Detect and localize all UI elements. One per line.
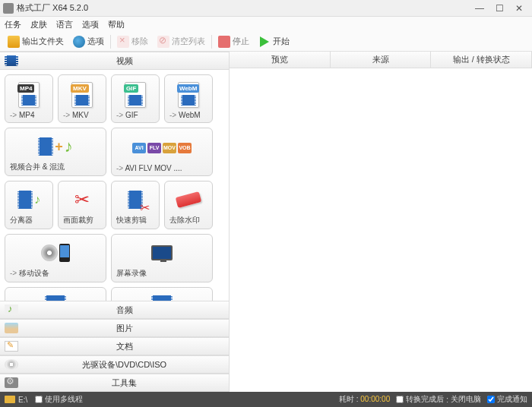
tile-player[interactable]: 格式播放器 (5, 287, 106, 301)
stop-button[interactable]: 停止 (215, 34, 252, 49)
start-button[interactable]: 开始 (255, 34, 293, 49)
options-button[interactable]: 选项 (70, 34, 107, 49)
tile-mp4[interactable]: MP4 MP4 (5, 74, 53, 123)
left-panel: 视频 MP4 MP4 MKV MKV GIF GIF WebM WebM (0, 52, 230, 392)
multithread-toggle[interactable]: 使用多线程 (35, 394, 83, 405)
app-icon (3, 3, 14, 14)
category-video[interactable]: 视频 (0, 52, 229, 70)
minimize-button[interactable]: — (470, 2, 489, 15)
disc-icon (41, 245, 58, 261)
col-source[interactable]: 来源 (331, 52, 432, 68)
play-icon (258, 36, 271, 48)
clear-list-button[interactable]: 清空列表 (154, 34, 208, 49)
video-tiles: MP4 MP4 MKV MKV GIF GIF WebM WebM (0, 70, 229, 301)
task-list[interactable] (230, 68, 532, 392)
menubar: 任务 皮肤 语言 选项 帮助 (0, 17, 532, 32)
tile-splitter[interactable]: ♪ 分离器 (5, 181, 53, 229)
menu-help[interactable]: 帮助 (108, 19, 125, 30)
tile-mobile[interactable]: 移动设备 (5, 234, 106, 282)
right-panel: 预览 来源 输出 / 转换状态 (230, 52, 532, 392)
tile-gif[interactable]: GIF GIF (111, 74, 160, 123)
output-drive[interactable]: E:\ (18, 396, 27, 404)
category-disc[interactable]: 光驱设备\DVD\CD\ISO (0, 355, 229, 374)
col-preview[interactable]: 预览 (230, 52, 331, 68)
tile-webm[interactable]: WebM WebM (164, 74, 213, 123)
notify-toggle[interactable]: 完成通知 (487, 394, 527, 405)
eraser-icon (176, 191, 202, 208)
after-convert-toggle[interactable]: 转换完成后: 关闭电脑 (396, 394, 481, 405)
output-folder-button[interactable]: 输出文件夹 (5, 34, 67, 49)
maximize-button[interactable]: ☐ (489, 2, 509, 15)
titlebar: 格式工厂 X64 5.2.0 — ☐ ✕ (0, 0, 532, 17)
category-audio[interactable]: 音频 (0, 301, 229, 319)
menu-task[interactable]: 任务 (5, 19, 21, 30)
tile-mkv[interactable]: MKV MKV (58, 74, 106, 123)
scissors-icon: ✂ (74, 189, 90, 210)
col-status[interactable]: 输出 / 转换状态 (431, 52, 532, 68)
document-icon (5, 341, 18, 352)
menu-language[interactable]: 语言 (56, 19, 73, 30)
audio-icon (5, 304, 18, 315)
window-title: 格式工厂 X64 5.2.0 (17, 2, 470, 14)
folder-icon (8, 36, 20, 48)
menu-options[interactable]: 选项 (82, 19, 99, 30)
tile-download[interactable]: 视频下载 (111, 287, 213, 301)
drive-icon (5, 396, 15, 403)
main: 视频 MP4 MP4 MKV MKV GIF GIF WebM WebM (0, 52, 532, 392)
category-tools[interactable]: 工具集 (0, 374, 229, 392)
category-image[interactable]: 图片 (0, 319, 229, 337)
options-icon (73, 36, 85, 48)
image-icon (5, 323, 18, 333)
list-header: 预览 来源 输出 / 转换状态 (230, 52, 532, 68)
phone-icon (59, 244, 70, 262)
toolbar: 输出文件夹 选项 移除 清空列表 停止 开始 (0, 32, 532, 52)
menu-skin[interactable]: 皮肤 (30, 19, 47, 30)
clear-icon (157, 36, 169, 48)
monitor-icon (151, 245, 173, 260)
remove-icon (117, 36, 129, 48)
tools-icon (5, 377, 18, 388)
remove-button[interactable]: 移除 (114, 34, 151, 49)
tile-crop[interactable]: ✂ 画面裁剪 (58, 181, 106, 229)
stop-icon (218, 36, 230, 48)
tile-multi-format[interactable]: AVI FLV MOV VOB AVI FLV MOV .... (111, 128, 213, 176)
tile-quickcut[interactable]: ✂ 快速剪辑 (111, 181, 160, 229)
elapsed-label: 耗时 : 00:00:00 (339, 394, 390, 405)
tile-screenrec[interactable]: 屏幕录像 (111, 234, 213, 282)
category-document[interactable]: 文档 (0, 337, 229, 355)
film-icon (5, 55, 18, 66)
close-button[interactable]: ✕ (509, 2, 529, 15)
statusbar: E:\ 使用多线程 耗时 : 00:00:00 转换完成后: 关闭电脑 完成通知 (0, 392, 532, 407)
disc-icon (5, 359, 18, 370)
tile-merge[interactable]: +♪ 视频合并 & 混流 (5, 128, 106, 176)
tile-watermark[interactable]: 去除水印 (164, 181, 213, 229)
